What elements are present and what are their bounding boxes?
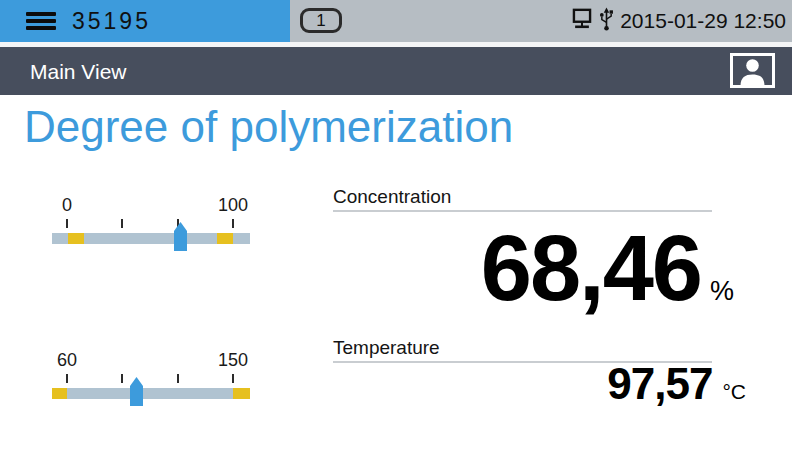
reading-value: 97,57 [607, 362, 712, 406]
slot-tab-label: 1 [316, 11, 325, 31]
temperature-gauge: 60 150 [52, 351, 250, 409]
device-id: 35195 [72, 8, 151, 35]
hamburger-menu-icon[interactable] [26, 12, 56, 30]
gauge-tick [232, 374, 234, 383]
reading-label-temperature: Temperature [333, 337, 440, 359]
gauge-tick [66, 219, 68, 228]
reading-unit: % [710, 278, 734, 305]
gauge-warning-zone [217, 233, 233, 244]
gauge-tick [177, 374, 179, 383]
status-bar: 35195 1 2015-01-29 12:50 [0, 0, 792, 42]
view-title: Main View [30, 60, 127, 84]
network-icon [571, 6, 593, 36]
divider [333, 210, 712, 212]
gauge-pointer-icon [174, 222, 187, 251]
gauge-track [52, 233, 250, 244]
gauge-tick [66, 374, 68, 383]
reading-temperature: 97,57 °C [333, 362, 746, 406]
gauge-max-label: 150 [218, 351, 248, 369]
gauge-tick [121, 374, 123, 383]
datetime-display: 2015-01-29 12:50 [620, 9, 786, 33]
gauge-min-label: 0 [62, 196, 72, 214]
status-indicators: 2015-01-29 12:50 [571, 0, 786, 42]
user-icon [730, 76, 775, 91]
gauge-tick [232, 219, 234, 228]
gauge-warning-zone [233, 388, 250, 399]
reading-value: 68,46 [481, 222, 701, 314]
reading-concentration: 68,46 % [333, 222, 734, 314]
reading-label-concentration: Concentration [333, 186, 451, 208]
slot-tab-1[interactable]: 1 [300, 8, 342, 33]
gauge-pointer-icon [130, 377, 143, 406]
concentration-gauge: 0 100 [52, 196, 250, 254]
user-login-button[interactable] [730, 53, 775, 88]
view-title-bar: Main View [0, 47, 792, 95]
gauge-min-label: 60 [57, 351, 77, 369]
gauge-warning-zone [68, 233, 84, 244]
reading-unit: °C [722, 381, 746, 402]
gauge-max-label: 100 [218, 196, 248, 214]
gauge-tick [121, 219, 123, 228]
gauge-warning-zone [52, 388, 67, 399]
usb-icon [598, 6, 615, 37]
gauge-track [52, 388, 250, 399]
device-tab[interactable]: 35195 [0, 0, 290, 42]
page-title: Degree of polymerization [24, 102, 513, 152]
